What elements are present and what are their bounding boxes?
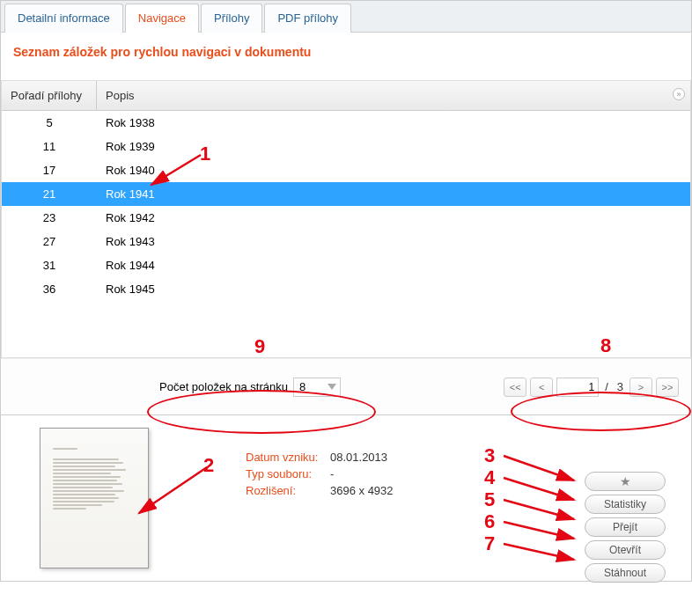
pager-total-pages: 3	[615, 380, 626, 393]
column-order[interactable]: Pořadí přílohy	[2, 81, 97, 110]
expand-columns-icon[interactable]: »	[673, 88, 685, 100]
tab-content: Seznam záložek pro rychlou navigaci v do…	[1, 33, 691, 80]
pager-controls: << < / 3 > >>	[504, 378, 679, 397]
cell-description: Rok 1944	[97, 256, 690, 275]
table-body: 5Rok 193811Rok 193917Rok 194021Rok 19412…	[2, 111, 690, 357]
cell-order: 36	[2, 280, 97, 298]
cell-order: 17	[2, 161, 97, 180]
table-row[interactable]: 5Rok 1938	[2, 111, 690, 135]
cell-order: 31	[2, 256, 97, 275]
metadata-block: Datum vzniku:08.01.2013 Typ souboru:- Ro…	[246, 428, 394, 568]
tabs-bar: Detailní informace Navigace Přílohy PDF …	[1, 1, 691, 33]
open-button[interactable]: Otevřít	[585, 540, 666, 560]
pager-next-button[interactable]: >	[629, 378, 652, 397]
cell-description: Rok 1942	[97, 209, 690, 227]
page-size-control: Počet položek na stránku 8	[159, 378, 341, 397]
table-row[interactable]: 17Rok 1940	[2, 158, 690, 182]
table-row[interactable]: 21Rok 1941	[2, 182, 690, 206]
section-heading: Seznam záložek pro rychlou navigaci v do…	[13, 45, 679, 68]
tab-attachments[interactable]: Přílohy	[201, 4, 262, 33]
goto-button[interactable]: Přejít	[585, 517, 666, 537]
pager-first-button[interactable]: <<	[504, 378, 526, 397]
table-row[interactable]: 27Rok 1943	[2, 230, 690, 253]
meta-filetype-label: Typ souboru:	[246, 467, 330, 480]
action-buttons: ★ Statistiky Přejít Otevřít Stáhnout	[585, 472, 666, 583]
table-row[interactable]: 23Rok 1942	[2, 206, 690, 230]
download-button[interactable]: Stáhnout	[585, 563, 666, 583]
cell-order: 21	[2, 185, 97, 203]
cell-description: Rok 1943	[97, 232, 690, 251]
document-thumbnail[interactable]	[40, 428, 149, 568]
cell-description: Rok 1940	[97, 161, 690, 180]
chevron-down-icon	[328, 384, 336, 390]
meta-resolution-label: Rozlišení:	[246, 484, 330, 497]
pager-page-input[interactable]	[556, 378, 599, 397]
cell-description: Rok 1939	[97, 137, 690, 156]
cell-order: 23	[2, 209, 97, 227]
cell-description: Rok 1941	[97, 185, 690, 203]
cell-order: 11	[2, 137, 97, 156]
page-size-label: Počet položek na stránku	[159, 380, 288, 393]
tab-pdf-attachments[interactable]: PDF přílohy	[264, 4, 351, 33]
pager-last-button[interactable]: >>	[656, 378, 679, 397]
table-row[interactable]: 11Rok 1939	[2, 135, 690, 158]
meta-filetype-value: -	[330, 467, 334, 480]
tab-detail[interactable]: Detailní informace	[4, 4, 123, 33]
bookmark-table: Pořadí přílohy Popis » 5Rok 193811Rok 19…	[1, 80, 691, 358]
meta-date-value: 08.01.2013	[330, 451, 387, 464]
cell-order: 27	[2, 232, 97, 251]
favorite-button[interactable]: ★	[585, 472, 666, 491]
cell-order: 5	[2, 114, 97, 132]
table-row[interactable]: 36Rok 1945	[2, 277, 690, 301]
table-row[interactable]: 31Rok 1944	[2, 253, 690, 277]
page-size-select[interactable]: 8	[293, 378, 341, 397]
pager-prev-button[interactable]: <	[530, 378, 553, 397]
pager-separator: /	[602, 380, 611, 393]
pager-bar: Počet položek na stránku 8 << < / 3 > >>	[1, 358, 691, 414]
meta-date-label: Datum vzniku:	[246, 451, 330, 464]
cell-description: Rok 1945	[97, 280, 690, 298]
meta-resolution-value: 3696 x 4932	[330, 484, 394, 497]
statistics-button[interactable]: Statistiky	[585, 495, 666, 514]
tab-navigation[interactable]: Navigace	[125, 4, 199, 33]
cell-description: Rok 1938	[97, 114, 690, 132]
table-header: Pořadí přílohy Popis »	[2, 81, 690, 111]
column-description[interactable]: Popis	[97, 81, 690, 110]
page-size-value: 8	[299, 380, 306, 393]
